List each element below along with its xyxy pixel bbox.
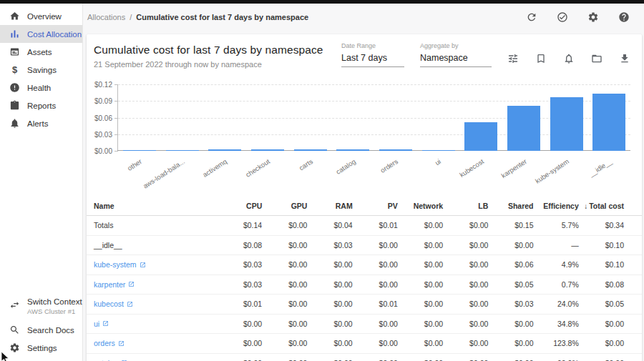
search-docs-button[interactable]: Search Docs — [0, 321, 82, 339]
chart-bar[interactable] — [592, 94, 625, 151]
sidebar-item-alerts[interactable]: Alerts — [0, 114, 82, 132]
open-in-new-icon — [128, 281, 135, 287]
gear-icon[interactable] — [587, 11, 599, 23]
bar-chart-icon — [9, 29, 20, 39]
chart-bar[interactable] — [507, 106, 540, 151]
breadcrumb-row: Allocations / Cumulative cost for last 7… — [84, 4, 644, 31]
x-tick-label: kubecost — [458, 157, 485, 179]
check-circle-icon[interactable] — [557, 11, 568, 23]
row-value: $0.08 — [217, 241, 262, 249]
breadcrumb-allocations[interactable]: Allocations — [87, 13, 125, 21]
bookmark-icon[interactable] — [535, 53, 547, 64]
col-lb[interactable]: LB — [443, 202, 488, 210]
sidebar-item-health[interactable]: Health — [0, 79, 82, 97]
row-name[interactable]: kube-system — [94, 260, 217, 269]
col-pv[interactable]: PV — [353, 202, 398, 210]
date-range-select[interactable]: Date Range Last 7 days — [341, 42, 404, 67]
sidebar-item-assets[interactable]: Assets — [0, 43, 82, 61]
folder-icon[interactable] — [591, 53, 602, 64]
download-icon[interactable] — [619, 53, 630, 64]
table-row[interactable]: kubecost$0.01$0.00$0.00$0.01$0.00$0.00$0… — [87, 295, 642, 315]
row-value: $0.00 — [443, 320, 488, 328]
health-icon — [9, 82, 20, 93]
chart-bar[interactable] — [251, 149, 284, 151]
help-icon[interactable] — [618, 11, 630, 23]
settings-button[interactable]: Settings — [0, 339, 82, 357]
row-value: $0.00 — [398, 300, 443, 308]
y-tick: $0.09 — [94, 97, 112, 105]
sort-desc-icon: ↓ — [584, 202, 587, 210]
table-row[interactable]: kube-system$0.03$0.00$0.00$0.00$0.00$0.0… — [87, 255, 642, 275]
y-axis-labels: $0.12 $0.09 $0.06 $0.03 $0.00 — [94, 84, 114, 151]
chart-bar[interactable] — [336, 149, 369, 151]
topbar-actions — [526, 11, 630, 23]
sidebar-item-cost-allocation[interactable]: Cost Allocation — [0, 25, 82, 43]
table-row[interactable]: ui$0.00$0.00$0.00$0.00$0.00$0.00$0.0034.… — [87, 315, 642, 335]
row-value: 5.7% — [534, 221, 579, 229]
row-value: $0.00 — [443, 221, 488, 229]
row-value: $0.03 — [488, 300, 533, 308]
y-tick: $0.12 — [94, 81, 112, 89]
row-name: Totals — [94, 221, 217, 229]
col-name[interactable]: Name — [94, 202, 217, 210]
row-value: — — [534, 241, 579, 249]
row-value: $0.00 — [488, 320, 533, 328]
card-header: Cumulative cost for last 7 days by names… — [87, 34, 642, 69]
breadcrumb: Allocations / Cumulative cost for last 7… — [87, 13, 308, 21]
col-efficiency[interactable]: Efficiency — [534, 202, 579, 210]
tune-icon[interactable] — [507, 53, 519, 64]
row-value: $0.14 — [217, 221, 262, 229]
gear-icon — [9, 342, 20, 353]
table-row: Totals$0.14$0.00$0.04$0.01$0.00$0.00$0.1… — [87, 216, 642, 236]
row-value: $0.00 — [262, 339, 307, 347]
chart-bar[interactable] — [422, 150, 455, 151]
col-ram[interactable]: RAM — [307, 202, 352, 210]
row-value: $0.00 — [398, 280, 443, 289]
row-name: __idle__ — [94, 241, 217, 249]
chart-bar[interactable] — [379, 149, 412, 151]
row-name[interactable]: karpenter — [94, 280, 217, 289]
row-value: $0.00 — [262, 280, 307, 289]
row-value: $0.00 — [262, 241, 307, 249]
chart-bar[interactable] — [294, 149, 327, 151]
row-name[interactable]: ui — [94, 320, 217, 328]
table-row[interactable]: karpenter$0.03$0.00$0.00$0.00$0.00$0.00$… — [87, 275, 642, 295]
date-range-label: Date Range — [341, 42, 404, 49]
chart-bar[interactable] — [208, 149, 241, 151]
chart-bar[interactable] — [464, 122, 497, 151]
chart-bar[interactable] — [550, 97, 583, 151]
sidebar-item-reports[interactable]: Reports — [0, 97, 82, 114]
table-row[interactable]: orders$0.00$0.00$0.00$0.00$0.00$0.00$0.0… — [87, 334, 642, 354]
row-value: $0.00 — [262, 300, 307, 308]
chart-plot-area — [117, 84, 630, 151]
row-value: $0.05 — [579, 300, 624, 308]
bell-icon[interactable] — [563, 53, 575, 64]
table-header-row: Name CPU GPU RAM PV Network LB Shared Ef… — [87, 196, 642, 216]
refresh-icon[interactable] — [526, 11, 537, 23]
row-value: $0.00 — [579, 339, 624, 347]
row-value: $0.00 — [488, 339, 533, 347]
sidebar-item-label: Cost Allocation — [27, 30, 82, 39]
switch-context-button[interactable]: Switch Context AWS Cluster #1 — [0, 295, 82, 321]
col-gpu[interactable]: GPU — [262, 202, 307, 210]
y-tick: $0.06 — [94, 114, 112, 122]
chart-bar[interactable] — [123, 150, 156, 151]
row-name[interactable]: orders — [94, 339, 217, 347]
aggregate-by-select[interactable]: Aggregate by Namespace — [420, 42, 492, 67]
col-cpu[interactable]: CPU — [217, 202, 262, 210]
search-docs-label: Search Docs — [27, 326, 74, 335]
chart-bar[interactable] — [166, 150, 199, 151]
row-value: $0.00 — [443, 241, 488, 249]
row-value: $0.00 — [262, 260, 307, 269]
search-icon — [9, 325, 20, 335]
row-value: $0.00 — [398, 241, 443, 249]
row-value: $0.00 — [217, 339, 262, 347]
col-shared[interactable]: Shared — [488, 202, 533, 210]
col-network[interactable]: Network — [398, 202, 443, 210]
sidebar: Overview Cost Allocation Assets $ Saving… — [0, 4, 83, 361]
sidebar-item-savings[interactable]: $ Savings — [0, 61, 82, 79]
row-name[interactable]: kubecost — [94, 300, 217, 308]
col-total-cost[interactable]: ↓Total cost — [579, 202, 624, 210]
table-row[interactable]: catalog$0.00$0.00$0.00$0.00$0.00$0.00$0.… — [87, 354, 642, 361]
sidebar-item-overview[interactable]: Overview — [0, 7, 82, 25]
